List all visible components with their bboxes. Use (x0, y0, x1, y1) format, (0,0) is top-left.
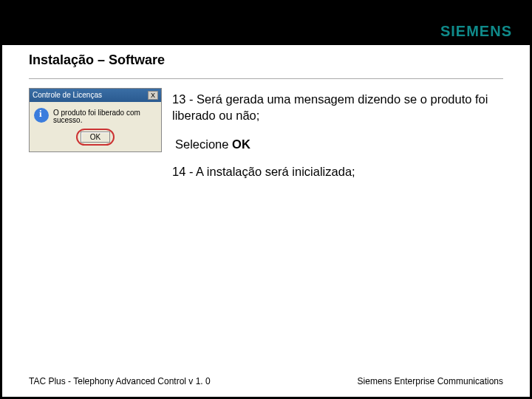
dialog-titlebar: Controle de Licenças X (30, 89, 161, 102)
siemens-logo: SIEMENS (440, 23, 512, 40)
license-dialog: Controle de Licenças X O produto foi lib… (29, 88, 162, 152)
header-bar: SIEMENS (2, 2, 530, 45)
select-prefix: Selecione (175, 137, 232, 151)
ok-highlight: OK (76, 129, 115, 146)
dialog-button-row: OK (30, 129, 161, 151)
step-13: 13 - Será gerada uma mensagem dizendo se… (172, 91, 503, 124)
dialog-body: O produto foi liberado com sucesso. (30, 102, 161, 129)
footer: TAC Plus - Telephony Advanced Control v … (29, 376, 503, 386)
screenshot-column: Controle de Licenças X O produto foi lib… (29, 88, 162, 152)
footer-right: Siemens Enterprise Communications (358, 376, 503, 386)
dialog-title-text: Controle de Licenças (33, 92, 102, 99)
dialog-message: O produto foi liberado com sucesso. (53, 108, 157, 124)
page-title: Instalação – Software (29, 52, 530, 68)
content: Controle de Licenças X O produto foi lib… (2, 79, 530, 193)
step-14: 14 - A instalação será inicializada; (172, 163, 503, 180)
close-button[interactable]: X (148, 91, 158, 100)
title-area: Instalação – Software (2, 45, 530, 68)
select-ok-line: Selecione OK (172, 137, 503, 151)
footer-left: TAC Plus - Telephony Advanced Control v … (29, 376, 211, 386)
select-bold: OK (232, 137, 250, 151)
ok-button[interactable]: OK (81, 132, 110, 143)
instructions-column: 13 - Será gerada uma mensagem dizendo se… (172, 88, 503, 193)
info-icon (34, 108, 49, 123)
